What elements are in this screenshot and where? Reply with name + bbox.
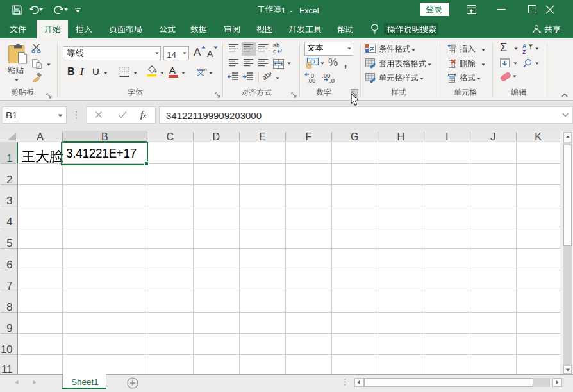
svg-text:.0: .0 — [329, 77, 335, 83]
svg-text:.00: .00 — [307, 77, 315, 83]
svg-text:ab: ab — [262, 71, 271, 81]
svg-text:Z: Z — [522, 49, 526, 54]
svg-text:c: c — [273, 48, 276, 54]
